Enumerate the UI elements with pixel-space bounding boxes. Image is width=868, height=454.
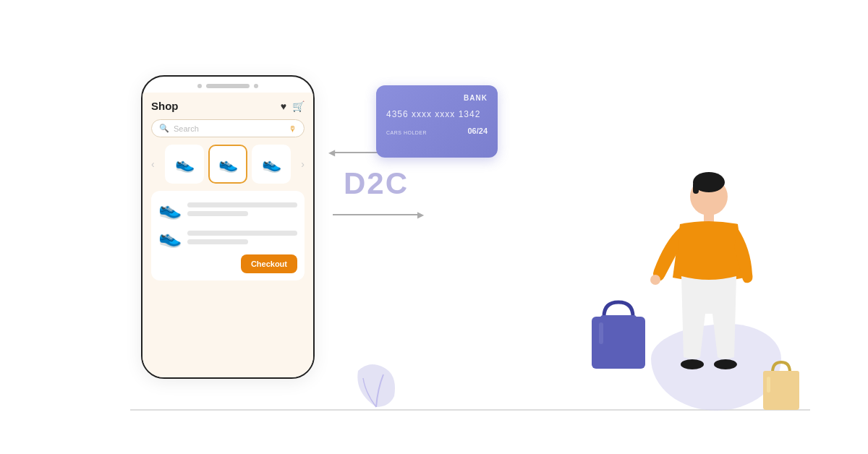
phone-notch: [142, 77, 313, 93]
product-line-short: [187, 211, 248, 216]
shoe-emoji-1: 👟: [175, 155, 195, 174]
svg-rect-2: [693, 182, 699, 194]
card-expiry: 06/24: [467, 127, 488, 135]
credit-card: BANK 4356 xxxx xxxx 1342 CARS HOLDER 06/…: [376, 85, 498, 158]
search-icon: 🔍: [159, 124, 169, 133]
scene: Shop ♥ 🛒 🔍 Search 🎙 ‹ 👟 👟: [0, 0, 868, 454]
card-holder-info: CARS HOLDER: [386, 130, 427, 135]
search-placeholder: Search: [174, 124, 284, 133]
notch-dot-1: [197, 84, 202, 88]
leaf-decoration: [347, 356, 405, 414]
cart-icon[interactable]: 🛒: [292, 100, 305, 112]
product-line-long-2: [187, 231, 297, 236]
notch-dot-2: [254, 84, 258, 88]
phone-mockup: Shop ♥ 🛒 🔍 Search 🎙 ‹ 👟 👟: [141, 75, 315, 379]
shop-header: Shop ♥ 🛒: [151, 100, 305, 112]
product-list: 👟 👟 Checkout: [151, 191, 305, 280]
svg-rect-11: [763, 371, 799, 377]
card-bank-label: BANK: [386, 94, 488, 102]
card-bottom: CARS HOLDER 06/24: [386, 127, 488, 135]
checkout-button[interactable]: Checkout: [241, 254, 297, 273]
carousel-right-arrow[interactable]: ›: [301, 158, 305, 170]
blue-bag: [586, 295, 651, 374]
small-bag: [760, 356, 803, 414]
arrow-right: [333, 207, 420, 223]
svg-rect-8: [600, 315, 637, 321]
shop-header-icons: ♥ 🛒: [281, 100, 305, 112]
svg-rect-12: [767, 377, 770, 393]
card-number: 4356 xxxx xxxx 1342: [386, 109, 488, 119]
d2c-label: D2C: [344, 166, 409, 201]
mic-icon[interactable]: 🎙: [289, 124, 297, 133]
shoe-cards: 👟 👟 👟: [159, 145, 297, 184]
card-holder-label: CARS HOLDER: [386, 130, 427, 135]
product-line-short-2: [187, 239, 248, 244]
shoe-card-2[interactable]: 👟: [208, 145, 247, 184]
shoe-card-1[interactable]: 👟: [165, 145, 204, 184]
search-bar[interactable]: 🔍 Search 🎙: [151, 119, 305, 137]
shoe-emoji-3: 👟: [262, 155, 281, 174]
shop-title: Shop: [151, 100, 179, 112]
shoe-carousel: ‹ 👟 👟 👟 ›: [151, 145, 305, 184]
svg-point-5: [714, 359, 737, 369]
shoe-emoji-2: 👟: [218, 155, 238, 174]
svg-point-4: [681, 359, 704, 369]
person-area: [600, 162, 760, 411]
product-shoe-1: 👟: [158, 198, 182, 220]
product-item-2: 👟: [158, 226, 297, 249]
phone-content: Shop ♥ 🛒 🔍 Search 🎙 ‹ 👟 👟: [142, 93, 313, 377]
product-item-1: 👟: [158, 198, 297, 220]
svg-point-6: [650, 275, 660, 285]
product-shoe-2: 👟: [158, 226, 182, 249]
shoe-card-3[interactable]: 👟: [252, 145, 291, 184]
product-lines-2: [187, 231, 297, 244]
product-lines-1: [187, 202, 297, 216]
heart-icon[interactable]: ♥: [281, 100, 286, 112]
carousel-left-arrow[interactable]: ‹: [151, 158, 155, 170]
notch-line: [206, 84, 250, 88]
product-line-long: [187, 202, 297, 207]
svg-rect-9: [599, 322, 603, 344]
